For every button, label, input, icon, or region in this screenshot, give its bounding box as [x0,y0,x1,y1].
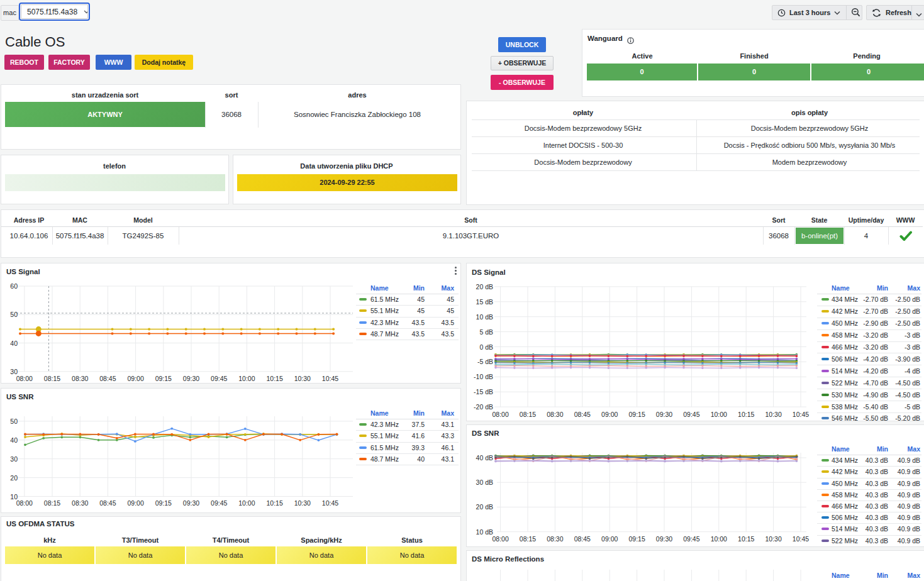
svg-text:09:30: 09:30 [656,411,672,418]
svg-text:10:45: 10:45 [322,499,338,507]
svg-text:09:15: 09:15 [628,535,645,543]
svg-text:08:15: 08:15 [44,375,60,382]
svg-text:10:15: 10:15 [266,375,282,382]
svg-text:10:00: 10:00 [238,375,255,382]
svg-text:08:45: 08:45 [99,499,116,507]
svg-text:08:15: 08:15 [520,411,536,418]
svg-text:09:45: 09:45 [211,499,227,507]
svg-text:10:30: 10:30 [294,375,311,382]
svg-text:10:15: 10:15 [738,411,754,418]
svg-text:09:15: 09:15 [628,411,645,418]
svg-text:09:00: 09:00 [601,411,618,418]
svg-text:10:30: 10:30 [765,535,781,543]
svg-text:10:30: 10:30 [294,499,311,507]
svg-text:08:30: 08:30 [72,375,88,382]
svg-text:40 dB: 40 dB [476,454,493,462]
svg-text:10:15: 10:15 [266,499,282,507]
svg-text:20 dB: 20 dB [476,503,493,511]
svg-text:09:00: 09:00 [127,499,143,507]
svg-text:08:30: 08:30 [72,499,88,507]
svg-text:30 dB: 30 dB [476,479,493,486]
svg-text:09:15: 09:15 [155,499,172,507]
svg-text:10:45: 10:45 [322,375,338,382]
svg-text:08:00: 08:00 [492,535,508,543]
svg-text:10:45: 10:45 [793,535,809,543]
svg-text:10:00: 10:00 [711,535,727,543]
svg-text:08:45: 08:45 [99,375,116,382]
svg-text:10:45: 10:45 [793,411,809,418]
svg-text:09:30: 09:30 [183,499,199,507]
svg-text:08:30: 08:30 [547,411,563,418]
svg-text:-5 dB: -5 dB [477,358,493,365]
svg-text:0 dB: 0 dB [479,343,493,351]
svg-text:20: 20 [10,474,18,482]
svg-text:-20 dB: -20 dB [474,403,493,411]
svg-text:09:15: 09:15 [155,375,172,382]
svg-text:08:00: 08:00 [16,499,33,507]
svg-text:40: 40 [10,340,18,347]
svg-text:08:30: 08:30 [547,535,563,543]
svg-text:40: 40 [10,436,18,444]
svg-text:15 dB: 15 dB [476,298,493,306]
svg-text:09:30: 09:30 [183,375,199,382]
svg-text:08:45: 08:45 [574,535,591,543]
svg-text:30: 30 [10,455,18,463]
svg-text:09:45: 09:45 [211,375,227,382]
svg-text:5 dB: 5 dB [479,328,493,336]
svg-text:60: 60 [10,282,18,290]
svg-text:50: 50 [10,418,18,425]
svg-text:08:00: 08:00 [16,375,33,382]
svg-text:10 dB: 10 dB [476,528,493,536]
svg-text:10 dB: 10 dB [476,313,493,321]
svg-text:08:00: 08:00 [492,411,508,418]
svg-text:50: 50 [10,311,18,318]
svg-text:10:00: 10:00 [711,411,727,418]
svg-text:08:15: 08:15 [44,499,60,507]
svg-text:09:00: 09:00 [601,535,618,543]
svg-text:09:00: 09:00 [127,375,143,382]
svg-text:-15 dB: -15 dB [474,388,493,396]
svg-text:09:45: 09:45 [683,535,699,543]
svg-text:10:00: 10:00 [238,499,255,507]
svg-text:10:30: 10:30 [765,411,781,418]
svg-text:-10 dB: -10 dB [474,373,493,380]
svg-text:20 dB: 20 dB [476,283,493,290]
svg-text:09:45: 09:45 [683,411,699,418]
svg-text:10:15: 10:15 [738,535,754,543]
svg-text:30: 30 [10,368,18,375]
svg-text:09:30: 09:30 [656,535,672,543]
svg-text:08:15: 08:15 [520,535,536,543]
svg-text:08:45: 08:45 [574,411,591,418]
